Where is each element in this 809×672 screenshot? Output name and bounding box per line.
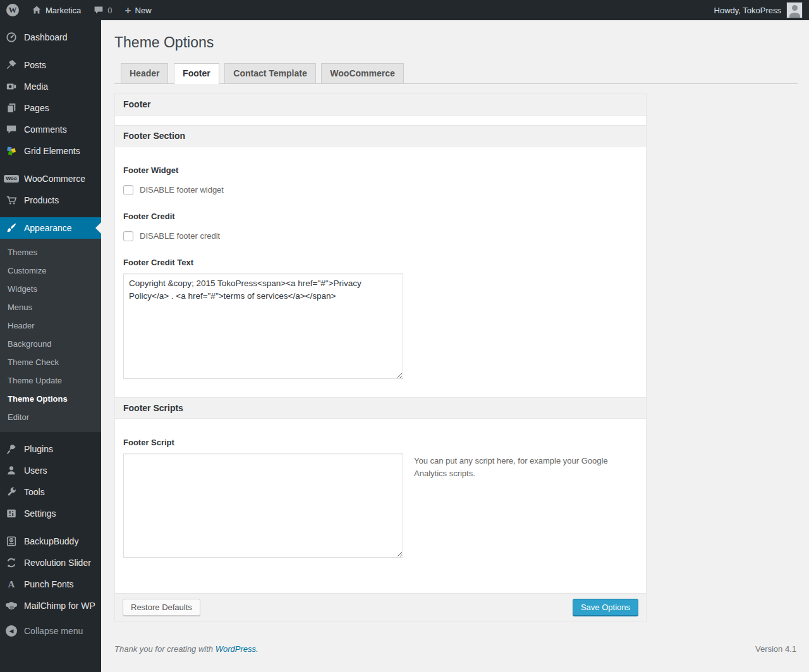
site-name-link[interactable]: Marketica xyxy=(25,0,87,20)
footer-section-body: Footer Widget DISABLE footer widget Foot… xyxy=(115,147,646,397)
footer-script-label: Footer Script xyxy=(123,438,638,447)
disable-footer-credit-label: DISABLE footer credit xyxy=(140,231,220,241)
submenu-item-menus[interactable]: Menus xyxy=(0,298,101,316)
disable-footer-widget-label: DISABLE footer widget xyxy=(140,185,224,195)
admin-sidebar: Dashboard Posts Media Pages Comments Gri… xyxy=(0,20,101,672)
backup-drive-icon xyxy=(5,535,18,548)
page-title: Theme Options xyxy=(114,33,798,52)
footer-credit-text-label: Footer Credit Text xyxy=(123,258,638,267)
main-content: Theme Options Header Footer Contact Temp… xyxy=(101,0,809,621)
sidebar-item-woocommerce[interactable]: Woo WooCommerce xyxy=(0,168,101,189)
tab-woocommerce[interactable]: WooCommerce xyxy=(321,63,403,83)
sidebar-item-label: Products xyxy=(24,195,59,205)
footer-widget-label: Footer Widget xyxy=(123,165,638,175)
comments-shortcut[interactable]: 0 xyxy=(87,0,118,20)
disable-footer-credit-checkbox[interactable] xyxy=(123,231,133,241)
footer-widget-checkbox-row: DISABLE footer widget xyxy=(123,185,638,195)
sidebar-item-label: Users xyxy=(24,465,47,476)
sidebar-item-label: Grid Elements xyxy=(24,146,80,156)
tab-bar: Header Footer Contact Template WooCommer… xyxy=(114,63,798,84)
restore-defaults-button[interactable]: Restore Defaults xyxy=(123,599,200,616)
woo-badge-icon: Woo xyxy=(5,172,18,185)
sidebar-item-revolution-slider[interactable]: Revolution Slider xyxy=(0,552,101,573)
submenu-item-background[interactable]: Background xyxy=(0,335,101,353)
save-options-button[interactable]: Save Options xyxy=(573,599,638,616)
wordpress-link[interactable]: WordPress. xyxy=(216,644,259,654)
sidebar-item-dashboard[interactable]: Dashboard xyxy=(0,27,101,48)
footer-thanks: Thank you for creating with WordPress. xyxy=(114,644,259,654)
user-icon xyxy=(5,464,18,477)
sidebar-item-users[interactable]: Users xyxy=(0,460,101,481)
collapse-arrow-icon: ◀ xyxy=(5,625,18,637)
camera-icon xyxy=(5,80,18,93)
section-header-footer-section: Footer Section xyxy=(115,126,646,147)
sidebar-item-label: BackupBuddy xyxy=(24,536,78,546)
sidebar-item-label: MailChimp for WP xyxy=(24,601,95,611)
sidebar-item-tools[interactable]: Tools xyxy=(0,481,101,503)
sliders-icon xyxy=(5,507,18,520)
howdy-account-link[interactable]: Howdy, TokoPress xyxy=(714,6,781,15)
refresh-icon xyxy=(5,556,18,569)
new-content-menu[interactable]: + New xyxy=(119,0,158,20)
submenu-item-theme-options[interactable]: Theme Options xyxy=(0,390,101,408)
comment-bubble-icon xyxy=(94,5,104,15)
footer-script-row: You can put any script here, for example… xyxy=(123,447,638,558)
sidebar-item-punch-fonts[interactable]: A Punch Fonts xyxy=(0,573,101,595)
submenu-item-themes[interactable]: Themes xyxy=(0,243,101,261)
tab-header[interactable]: Header xyxy=(121,63,168,83)
sidebar-item-label: Pages xyxy=(24,103,49,113)
sidebar-item-label: WooCommerce xyxy=(24,174,85,184)
sidebar-item-label: Punch Fonts xyxy=(24,579,74,589)
sidebar-item-mailchimp[interactable]: MailChimp for WP xyxy=(0,595,101,616)
submenu-item-customize[interactable]: Customize xyxy=(0,261,101,280)
sidebar-item-label: Revolution Slider xyxy=(24,558,91,568)
submenu-item-header[interactable]: Header xyxy=(0,316,101,335)
disable-footer-widget-checkbox[interactable] xyxy=(123,185,133,195)
footer-script-textarea[interactable] xyxy=(123,453,403,558)
sidebar-item-posts[interactable]: Posts xyxy=(0,54,101,76)
sidebar-item-label: Plugins xyxy=(24,444,53,454)
grid-elements-icon xyxy=(5,145,18,157)
avatar[interactable] xyxy=(786,2,803,18)
sidebar-item-grid-elements[interactable]: Grid Elements xyxy=(0,140,101,162)
panel-spacer xyxy=(115,116,646,126)
comment-icon xyxy=(5,123,18,136)
sidebar-item-backupbuddy[interactable]: BackupBuddy xyxy=(0,531,101,552)
tab-contact-template[interactable]: Contact Template xyxy=(224,63,315,83)
wrench-icon xyxy=(5,486,18,498)
sidebar-item-pages[interactable]: Pages xyxy=(0,97,101,119)
new-label: New xyxy=(135,6,152,15)
sidebar-item-appearance[interactable]: Appearance xyxy=(0,217,101,239)
sidebar-item-media[interactable]: Media xyxy=(0,76,101,97)
sidebar-item-label: Comments xyxy=(24,124,67,135)
monkey-icon xyxy=(5,599,18,612)
sidebar-item-comments[interactable]: Comments xyxy=(0,119,101,140)
sidebar-item-products[interactable]: Products xyxy=(0,189,101,211)
plug-icon xyxy=(5,443,18,455)
submenu-item-theme-update[interactable]: Theme Update xyxy=(0,371,101,390)
pushpin-icon xyxy=(5,59,18,71)
sidebar-item-plugins[interactable]: Plugins xyxy=(0,438,101,460)
panel-title: Footer xyxy=(115,93,646,116)
panel-action-bar: Restore Defaults Save Options xyxy=(115,593,646,621)
submenu-item-widgets[interactable]: Widgets xyxy=(0,280,101,298)
wordpress-menu[interactable]: W xyxy=(0,0,25,20)
wordpress-logo-icon: W xyxy=(6,4,19,16)
footer-script-help-text: You can put any script here, for example… xyxy=(414,455,610,480)
tab-footer[interactable]: Footer xyxy=(174,63,219,84)
submenu-item-theme-check[interactable]: Theme Check xyxy=(0,353,101,371)
sidebar-item-collapse-menu[interactable]: ◀ Collapse menu xyxy=(0,620,101,642)
sidebar-item-label: Settings xyxy=(24,508,56,519)
home-icon xyxy=(32,5,42,15)
section-header-footer-scripts: Footer Scripts xyxy=(115,397,646,419)
sidebar-item-label: Tools xyxy=(24,487,45,497)
site-name-label: Marketica xyxy=(46,6,81,15)
footer-credit-text-textarea[interactable]: Copyright &copy; 2015 TokoPress<span><a … xyxy=(123,273,403,379)
brush-icon xyxy=(5,222,18,234)
appearance-submenu: Themes Customize Widgets Menus Header Ba… xyxy=(0,239,101,432)
sidebar-item-settings[interactable]: Settings xyxy=(0,503,101,524)
admin-footer: Thank you for creating with WordPress. V… xyxy=(101,621,809,654)
pages-icon xyxy=(5,102,18,114)
submenu-item-editor[interactable]: Editor xyxy=(0,408,101,426)
plus-icon: + xyxy=(125,5,131,16)
